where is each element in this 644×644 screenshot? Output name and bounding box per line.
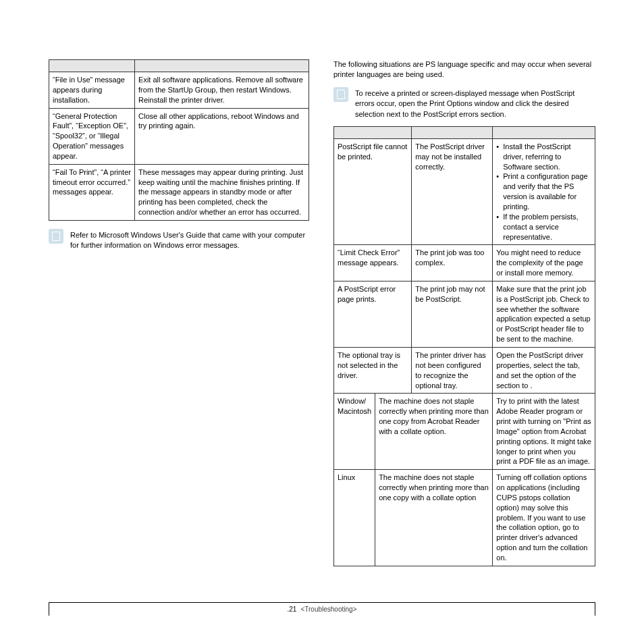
table-row: “Limit Check Error” message appears. The… [334,245,595,281]
cause-cell: The machine does not staple correctly wh… [375,394,493,470]
condition-cell: “General Protection Fault”, “Exception O… [49,108,135,164]
intro-text: The following situations are PS language… [333,59,595,80]
page-footer: .21 <Troubleshooting> [49,602,595,616]
list-item: Install the PostScript driver, referring… [496,142,591,172]
solution-cell: Turning off collation options on applica… [493,470,595,566]
table-row: A PostScript error page prints. The prin… [334,281,595,347]
table-row: “File in Use” message appears during ins… [49,72,309,109]
note-block: Refer to Microsoft Windows User's Guide … [49,230,309,251]
page-number: .21 [288,606,297,613]
problem-cell: A PostScript error page prints. [334,281,412,347]
solution-cell: Install the PostScript driver, referring… [493,138,595,244]
page-content: “File in Use” message appears during ins… [0,0,644,576]
cause-cell: The printer driver has not been configur… [412,347,493,393]
condition-cell: “File in Use” message appears during ins… [49,72,135,109]
list-item: If the problem persists, contact a servi… [496,212,591,242]
note-text: Refer to Microsoft Windows User's Guide … [70,230,309,251]
note-icon [49,229,63,244]
problem-cell: Window/ Macintosh [334,394,375,470]
note-block: To receive a printed or screen-displayed… [333,88,595,119]
problem-cell: The optional tray is not selected in the… [334,347,412,393]
table-row: Window/ Macintosh The machine does not s… [334,394,595,470]
table-row: “Fail To Print”, “A printer timeout erro… [49,164,309,220]
windows-errors-table: “File in Use” message appears during ins… [49,59,309,221]
solution-cell: You might need to reduce the complexity … [493,245,595,281]
solution-cell: Exit all software applications. Remove a… [135,72,309,109]
condition-cell: “Fail To Print”, “A printer timeout erro… [49,164,135,220]
solution-cell: Open the PostScript driver properties, s… [493,347,595,393]
left-column: “File in Use” message appears during ins… [49,59,309,576]
table-row: The optional tray is not selected in the… [334,347,595,393]
cause-cell: The PostScript driver may not be install… [412,138,493,244]
problem-cell: “Limit Check Error” message appears. [334,245,412,281]
solution-cell: Make sure that the print job is a PostSc… [493,281,595,347]
solution-cell: Close all other applications, reboot Win… [135,108,309,164]
solution-cell: Try to print with the latest Adobe Reade… [493,394,595,470]
table-row: “General Protection Fault”, “Exception O… [49,108,309,164]
right-column: The following situations are PS language… [333,59,595,576]
note-text: To receive a printed or screen-displayed… [355,88,595,119]
note-icon [333,87,348,102]
postscript-errors-table: PostScript file cannot be printed. The P… [333,126,595,566]
table-row: Linux The machine does not staple correc… [334,470,595,566]
list-item: Print a configuration page and verify th… [496,171,591,211]
cause-cell: The machine does not staple correctly wh… [375,470,493,566]
section-label: <Troubleshooting> [300,606,356,613]
cause-cell: The print job was too complex. [412,245,493,281]
problem-cell: Linux [334,470,375,566]
problem-cell: PostScript file cannot be printed. [334,138,412,244]
solution-cell: These messages may appear during printin… [135,164,309,220]
table-row: PostScript file cannot be printed. The P… [334,138,595,244]
cause-cell: The print job may not be PostScript. [412,281,493,347]
